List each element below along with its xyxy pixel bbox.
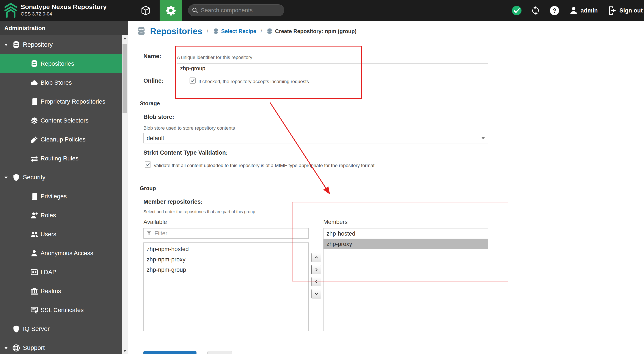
layers-icon (30, 117, 38, 125)
breadcrumb: Repositories / Select Recipe / Create Re… (136, 26, 356, 36)
sidebar-item-blob-stores[interactable]: Blob Stores (0, 73, 122, 92)
caret-down-icon (4, 176, 8, 180)
breadcrumb-current: Create Repository: npm (group) (275, 28, 356, 34)
sidebar-item-roles[interactable]: Roles (0, 206, 122, 225)
roles-icon (30, 211, 38, 219)
book-icon (30, 192, 38, 200)
sidebar-item-ssl-certificates[interactable]: SSL Certificates (0, 301, 122, 320)
sidebar-item-support[interactable]: Support (0, 339, 122, 354)
group-section-header: Group (140, 185, 156, 191)
online-checkbox[interactable] (190, 78, 196, 84)
scroll-down-button[interactable] (122, 348, 128, 354)
chevron-right-icon (314, 267, 319, 272)
page-title[interactable]: Repositories (150, 26, 202, 36)
available-item[interactable]: zhp-npm-proxy (144, 254, 308, 265)
storage-section-header: Storage (140, 100, 160, 107)
filter-funnel-icon (146, 231, 152, 236)
chevron-left-icon (314, 279, 319, 284)
move-left-button[interactable] (312, 277, 321, 286)
strict-validation-checkbox[interactable] (145, 162, 151, 168)
name-label: Name: (144, 53, 161, 60)
sidebar-item-privileges[interactable]: Privileges (0, 187, 122, 206)
database-icon (213, 28, 219, 34)
sidebar-item-ldap[interactable]: LDAP (0, 263, 122, 282)
sidebar-item-label: Blob Stores (40, 79, 72, 86)
bank-icon (30, 287, 38, 295)
admin-mode-tab[interactable] (160, 0, 182, 21)
secondary-action-button[interactable] (208, 351, 232, 354)
available-item[interactable]: zhp-npm-hosted (144, 244, 308, 254)
sidebar-item-label: Privileges (40, 193, 67, 200)
triangle-down-icon (123, 350, 126, 352)
available-item[interactable]: zhp-npm-group (144, 265, 308, 275)
blobstore-selected-value: default (147, 135, 482, 142)
database-icon (30, 60, 38, 68)
help-icon[interactable]: ? (550, 5, 560, 15)
member-item[interactable]: zhp-hosted (324, 228, 488, 239)
scrollbar-thumb[interactable] (122, 44, 127, 113)
book-icon (30, 98, 38, 106)
move-right-button[interactable] (312, 265, 321, 274)
topbar: Sonatype Nexus Repository OSS 3.72.0-04 … (0, 0, 644, 21)
move-up-button[interactable] (312, 253, 321, 262)
sidebar-item-label: Cleanup Policies (40, 136, 86, 143)
members-column-header: Members (323, 219, 348, 225)
available-filter-box[interactable] (144, 228, 309, 239)
sidebar-item-label: LDAP (40, 269, 56, 276)
sidebar-item-realms[interactable]: Realms (0, 282, 122, 301)
database-icon (136, 26, 146, 36)
sidebar-item-label: IQ Server (23, 325, 50, 333)
scroll-up-button[interactable] (122, 35, 128, 41)
brand-version: OSS 3.72.0-04 (21, 11, 106, 17)
sidebar-item-security-group[interactable]: Security (0, 168, 122, 187)
brand-title: Sonatype Nexus Repository (21, 3, 106, 10)
system-health-icon[interactable] (512, 5, 522, 16)
routes-icon (30, 154, 38, 163)
name-input[interactable] (177, 63, 488, 73)
available-filter-input[interactable] (154, 230, 306, 237)
member-item-selected[interactable]: zhp-proxy (324, 239, 488, 249)
move-down-button[interactable] (312, 289, 321, 298)
brand: Sonatype Nexus Repository OSS 3.72.0-04 (21, 3, 106, 17)
triangle-up-icon (123, 37, 126, 39)
members-list[interactable]: zhp-hosted zhp-proxy (323, 228, 488, 331)
sidebar-item-proprietary-repositories[interactable]: Proprietary Repositories (0, 92, 122, 111)
main-content: Repositories / Select Recipe / Create Re… (128, 21, 644, 354)
sidebar-item-repositories[interactable]: Repositories (0, 54, 122, 73)
sidebar-item-repository-group[interactable]: Repository (0, 35, 122, 54)
blobstore-help-text: Blob store used to store repository cont… (144, 125, 235, 131)
sidebar-item-users[interactable]: Users (0, 225, 122, 244)
sidebar-item-label: Repository (23, 41, 53, 48)
signout-icon[interactable] (608, 5, 618, 15)
search-box[interactable] (188, 4, 284, 16)
browse-mode-icon[interactable] (140, 5, 151, 16)
sidebar-item-label: Support (23, 344, 45, 352)
breadcrumb-select-recipe[interactable]: Select Recipe (221, 28, 256, 34)
search-input[interactable] (201, 7, 280, 14)
sidebar-item-label: Realms (40, 288, 61, 295)
available-list[interactable]: zhp-npm-hosted zhp-npm-proxy zhp-npm-gro… (144, 242, 309, 331)
user-icon[interactable] (569, 6, 578, 15)
sidebar-item-label: Anonymous Access (40, 250, 93, 257)
signout-button[interactable]: Sign out (620, 7, 643, 14)
sidebar-item-content-selectors[interactable]: Content Selectors (0, 111, 122, 130)
sidebar-nav: Repository Repositories Blob Stores Prop… (0, 35, 122, 354)
sidebar-item-iq-server[interactable]: IQ Server (0, 320, 122, 339)
user-name[interactable]: admin (580, 7, 598, 14)
certificate-icon (30, 306, 38, 314)
sidebar-item-routing-rules[interactable]: Routing Rules (0, 149, 122, 168)
blobstore-select[interactable]: default (144, 133, 488, 143)
refresh-icon[interactable] (530, 5, 540, 15)
online-label: Online: (144, 78, 164, 84)
svg-text:?: ? (552, 7, 556, 14)
chevron-down-icon (482, 137, 485, 139)
name-help-text: A unique identifier for this repository (177, 55, 252, 60)
sidebar-item-label: SSL Certificates (40, 307, 84, 314)
cloud-icon (30, 79, 38, 87)
sidebar-scrollbar[interactable] (122, 35, 128, 354)
sidebar-item-label: Roles (40, 212, 56, 219)
sidebar-item-cleanup-policies[interactable]: Cleanup Policies (0, 130, 122, 149)
breadcrumb-separator: / (206, 28, 208, 35)
sidebar-item-anonymous-access[interactable]: Anonymous Access (0, 244, 122, 263)
primary-action-button[interactable] (144, 351, 196, 354)
